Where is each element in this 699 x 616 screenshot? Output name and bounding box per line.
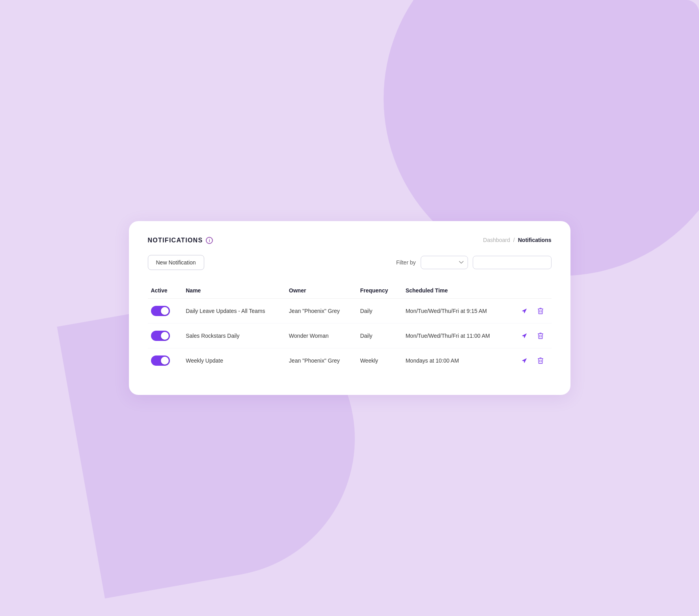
send-icon (521, 357, 528, 364)
notifications-table: Active Name Owner Frequency Scheduled Ti… (148, 283, 552, 373)
actions-cell-0 (508, 299, 552, 324)
send-button-1[interactable] (519, 331, 529, 341)
breadcrumb-separator: / (513, 237, 515, 243)
col-actions (508, 283, 552, 299)
actions-cell-1 (508, 324, 552, 348)
name-cell-1: Sales Rockstars Daily (179, 324, 283, 348)
action-group-1 (514, 331, 545, 341)
send-icon (521, 307, 528, 315)
owner-cell-0: Jean "Phoenix" Grey (283, 299, 354, 324)
col-owner: Owner (283, 283, 354, 299)
new-notification-button[interactable]: New Notification (148, 255, 204, 270)
action-group-2 (514, 355, 545, 366)
filter-label: Filter by (396, 259, 416, 266)
table-row: Sales Rockstars DailyWonder WomanDailyMo… (148, 324, 552, 348)
page-title: NOTIFICATIONS (148, 237, 203, 244)
active-toggle-0[interactable] (151, 306, 170, 316)
filter-select[interactable]: Active Name Owner Frequency (421, 256, 468, 269)
delete-button-2[interactable] (536, 355, 545, 366)
breadcrumb-current: Notifications (518, 237, 552, 243)
delete-icon (537, 307, 544, 315)
send-icon (521, 332, 528, 339)
breadcrumb: Dashboard / Notifications (483, 237, 551, 243)
scheduled-time-cell-2: Mondays at 10:00 AM (399, 348, 508, 373)
scheduled-time-cell-0: Mon/Tue/Wed/Thu/Fri at 9:15 AM (399, 299, 508, 324)
col-name: Name (179, 283, 283, 299)
table-header: Active Name Owner Frequency Scheduled Ti… (148, 283, 552, 299)
delete-button-1[interactable] (536, 331, 545, 341)
owner-cell-2: Jean "Phoenix" Grey (283, 348, 354, 373)
col-frequency: Frequency (354, 283, 399, 299)
scheduled-time-cell-1: Mon/Tue/Wed/Thu/Fri at 11:00 AM (399, 324, 508, 348)
col-scheduled-time: Scheduled Time (399, 283, 508, 299)
owner-cell-1: Wonder Woman (283, 324, 354, 348)
toggle-cell-0 (148, 299, 180, 324)
delete-icon (537, 332, 544, 339)
frequency-cell-0: Daily (354, 299, 399, 324)
toolbar: New Notification Filter by Active Name O… (148, 255, 552, 270)
toggle-cell-2 (148, 348, 180, 373)
send-button-2[interactable] (519, 355, 529, 366)
delete-button-0[interactable] (536, 306, 545, 316)
info-icon[interactable]: i (206, 237, 213, 244)
frequency-cell-1: Daily (354, 324, 399, 348)
card-header: NOTIFICATIONS i Dashboard / Notification… (148, 237, 552, 244)
toggle-cell-1 (148, 324, 180, 348)
breadcrumb-parent: Dashboard (483, 237, 510, 243)
active-toggle-2[interactable] (151, 355, 170, 366)
delete-icon (537, 357, 544, 364)
name-cell-2: Weekly Update (179, 348, 283, 373)
action-group-0 (514, 306, 545, 316)
table-row: Weekly UpdateJean "Phoenix" GreyWeeklyMo… (148, 348, 552, 373)
active-toggle-1[interactable] (151, 331, 170, 341)
actions-cell-2 (508, 348, 552, 373)
send-button-0[interactable] (519, 306, 529, 316)
filter-group: Filter by Active Name Owner Frequency (396, 256, 552, 269)
name-cell-0: Daily Leave Updates - All Teams (179, 299, 283, 324)
col-active: Active (148, 283, 180, 299)
page-title-group: NOTIFICATIONS i (148, 237, 213, 244)
main-card: NOTIFICATIONS i Dashboard / Notification… (129, 221, 570, 395)
filter-search-input[interactable] (473, 256, 552, 269)
table-header-row: Active Name Owner Frequency Scheduled Ti… (148, 283, 552, 299)
table-row: Daily Leave Updates - All TeamsJean "Pho… (148, 299, 552, 324)
table-body: Daily Leave Updates - All TeamsJean "Pho… (148, 299, 552, 373)
frequency-cell-2: Weekly (354, 348, 399, 373)
